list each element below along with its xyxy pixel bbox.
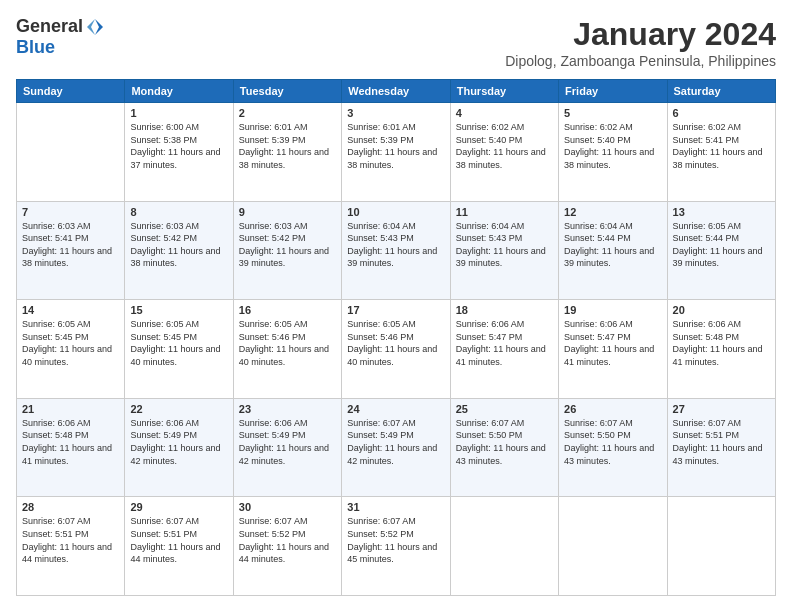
day-number: 21 xyxy=(22,403,119,415)
day-number: 5 xyxy=(564,107,661,119)
calendar-cell: 6Sunrise: 6:02 AMSunset: 5:41 PMDaylight… xyxy=(667,103,775,202)
calendar-cell: 4Sunrise: 6:02 AMSunset: 5:40 PMDaylight… xyxy=(450,103,558,202)
calendar-cell: 15Sunrise: 6:05 AMSunset: 5:45 PMDayligh… xyxy=(125,300,233,399)
day-number: 13 xyxy=(673,206,770,218)
calendar-cell: 3Sunrise: 6:01 AMSunset: 5:39 PMDaylight… xyxy=(342,103,450,202)
day-info: Sunrise: 6:06 AMSunset: 5:48 PMDaylight:… xyxy=(22,417,119,467)
day-info: Sunrise: 6:01 AMSunset: 5:39 PMDaylight:… xyxy=(347,121,444,171)
day-number: 22 xyxy=(130,403,227,415)
day-info: Sunrise: 6:05 AMSunset: 5:46 PMDaylight:… xyxy=(239,318,336,368)
day-info: Sunrise: 6:04 AMSunset: 5:43 PMDaylight:… xyxy=(456,220,553,270)
day-number: 3 xyxy=(347,107,444,119)
logo: General Blue xyxy=(16,16,105,58)
header-cell-tuesday: Tuesday xyxy=(233,80,341,103)
day-number: 24 xyxy=(347,403,444,415)
day-info: Sunrise: 6:03 AMSunset: 5:41 PMDaylight:… xyxy=(22,220,119,270)
day-number: 27 xyxy=(673,403,770,415)
day-info: Sunrise: 6:06 AMSunset: 5:49 PMDaylight:… xyxy=(130,417,227,467)
calendar-cell: 12Sunrise: 6:04 AMSunset: 5:44 PMDayligh… xyxy=(559,201,667,300)
day-info: Sunrise: 6:05 AMSunset: 5:44 PMDaylight:… xyxy=(673,220,770,270)
week-row-1: 7Sunrise: 6:03 AMSunset: 5:41 PMDaylight… xyxy=(17,201,776,300)
header-row: SundayMondayTuesdayWednesdayThursdayFrid… xyxy=(17,80,776,103)
day-number: 28 xyxy=(22,501,119,513)
calendar-cell: 11Sunrise: 6:04 AMSunset: 5:43 PMDayligh… xyxy=(450,201,558,300)
calendar-cell: 24Sunrise: 6:07 AMSunset: 5:49 PMDayligh… xyxy=(342,398,450,497)
calendar-cell: 14Sunrise: 6:05 AMSunset: 5:45 PMDayligh… xyxy=(17,300,125,399)
day-number: 11 xyxy=(456,206,553,218)
month-title: January 2024 xyxy=(505,16,776,53)
day-info: Sunrise: 6:06 AMSunset: 5:47 PMDaylight:… xyxy=(564,318,661,368)
day-info: Sunrise: 6:06 AMSunset: 5:47 PMDaylight:… xyxy=(456,318,553,368)
day-number: 29 xyxy=(130,501,227,513)
calendar-cell xyxy=(450,497,558,596)
header: General Blue January 2024 Dipolog, Zambo… xyxy=(16,16,776,69)
calendar-cell: 26Sunrise: 6:07 AMSunset: 5:50 PMDayligh… xyxy=(559,398,667,497)
day-number: 4 xyxy=(456,107,553,119)
calendar-cell: 8Sunrise: 6:03 AMSunset: 5:42 PMDaylight… xyxy=(125,201,233,300)
day-number: 18 xyxy=(456,304,553,316)
header-cell-wednesday: Wednesday xyxy=(342,80,450,103)
calendar-cell: 30Sunrise: 6:07 AMSunset: 5:52 PMDayligh… xyxy=(233,497,341,596)
calendar-cell: 20Sunrise: 6:06 AMSunset: 5:48 PMDayligh… xyxy=(667,300,775,399)
page: General Blue January 2024 Dipolog, Zambo… xyxy=(0,0,792,612)
day-info: Sunrise: 6:07 AMSunset: 5:51 PMDaylight:… xyxy=(22,515,119,565)
day-number: 7 xyxy=(22,206,119,218)
week-row-3: 21Sunrise: 6:06 AMSunset: 5:48 PMDayligh… xyxy=(17,398,776,497)
day-number: 2 xyxy=(239,107,336,119)
day-info: Sunrise: 6:04 AMSunset: 5:43 PMDaylight:… xyxy=(347,220,444,270)
day-number: 31 xyxy=(347,501,444,513)
calendar-cell: 5Sunrise: 6:02 AMSunset: 5:40 PMDaylight… xyxy=(559,103,667,202)
week-row-2: 14Sunrise: 6:05 AMSunset: 5:45 PMDayligh… xyxy=(17,300,776,399)
header-cell-saturday: Saturday xyxy=(667,80,775,103)
calendar-cell: 13Sunrise: 6:05 AMSunset: 5:44 PMDayligh… xyxy=(667,201,775,300)
day-number: 19 xyxy=(564,304,661,316)
day-info: Sunrise: 6:07 AMSunset: 5:52 PMDaylight:… xyxy=(239,515,336,565)
day-number: 6 xyxy=(673,107,770,119)
day-info: Sunrise: 6:03 AMSunset: 5:42 PMDaylight:… xyxy=(239,220,336,270)
day-info: Sunrise: 6:07 AMSunset: 5:51 PMDaylight:… xyxy=(130,515,227,565)
day-number: 1 xyxy=(130,107,227,119)
day-info: Sunrise: 6:02 AMSunset: 5:40 PMDaylight:… xyxy=(456,121,553,171)
day-info: Sunrise: 6:07 AMSunset: 5:50 PMDaylight:… xyxy=(456,417,553,467)
calendar-cell: 10Sunrise: 6:04 AMSunset: 5:43 PMDayligh… xyxy=(342,201,450,300)
day-info: Sunrise: 6:06 AMSunset: 5:49 PMDaylight:… xyxy=(239,417,336,467)
day-number: 15 xyxy=(130,304,227,316)
day-info: Sunrise: 6:02 AMSunset: 5:40 PMDaylight:… xyxy=(564,121,661,171)
day-info: Sunrise: 6:02 AMSunset: 5:41 PMDaylight:… xyxy=(673,121,770,171)
calendar-cell: 21Sunrise: 6:06 AMSunset: 5:48 PMDayligh… xyxy=(17,398,125,497)
day-info: Sunrise: 6:03 AMSunset: 5:42 PMDaylight:… xyxy=(130,220,227,270)
location-title: Dipolog, Zamboanga Peninsula, Philippine… xyxy=(505,53,776,69)
calendar-cell xyxy=(17,103,125,202)
logo-icon xyxy=(85,17,105,37)
calendar-cell xyxy=(559,497,667,596)
day-number: 20 xyxy=(673,304,770,316)
calendar-cell: 28Sunrise: 6:07 AMSunset: 5:51 PMDayligh… xyxy=(17,497,125,596)
week-row-0: 1Sunrise: 6:00 AMSunset: 5:38 PMDaylight… xyxy=(17,103,776,202)
day-info: Sunrise: 6:00 AMSunset: 5:38 PMDaylight:… xyxy=(130,121,227,171)
day-number: 14 xyxy=(22,304,119,316)
day-info: Sunrise: 6:07 AMSunset: 5:52 PMDaylight:… xyxy=(347,515,444,565)
day-number: 17 xyxy=(347,304,444,316)
header-cell-thursday: Thursday xyxy=(450,80,558,103)
header-cell-friday: Friday xyxy=(559,80,667,103)
day-info: Sunrise: 6:07 AMSunset: 5:49 PMDaylight:… xyxy=(347,417,444,467)
day-number: 30 xyxy=(239,501,336,513)
day-info: Sunrise: 6:05 AMSunset: 5:45 PMDaylight:… xyxy=(130,318,227,368)
calendar-cell: 2Sunrise: 6:01 AMSunset: 5:39 PMDaylight… xyxy=(233,103,341,202)
calendar-cell: 22Sunrise: 6:06 AMSunset: 5:49 PMDayligh… xyxy=(125,398,233,497)
header-cell-sunday: Sunday xyxy=(17,80,125,103)
week-row-4: 28Sunrise: 6:07 AMSunset: 5:51 PMDayligh… xyxy=(17,497,776,596)
day-number: 16 xyxy=(239,304,336,316)
day-number: 8 xyxy=(130,206,227,218)
calendar-cell xyxy=(667,497,775,596)
calendar-cell: 16Sunrise: 6:05 AMSunset: 5:46 PMDayligh… xyxy=(233,300,341,399)
day-info: Sunrise: 6:06 AMSunset: 5:48 PMDaylight:… xyxy=(673,318,770,368)
day-info: Sunrise: 6:07 AMSunset: 5:50 PMDaylight:… xyxy=(564,417,661,467)
day-number: 23 xyxy=(239,403,336,415)
calendar-cell: 19Sunrise: 6:06 AMSunset: 5:47 PMDayligh… xyxy=(559,300,667,399)
calendar-cell: 27Sunrise: 6:07 AMSunset: 5:51 PMDayligh… xyxy=(667,398,775,497)
calendar-cell: 17Sunrise: 6:05 AMSunset: 5:46 PMDayligh… xyxy=(342,300,450,399)
day-number: 25 xyxy=(456,403,553,415)
day-number: 9 xyxy=(239,206,336,218)
day-info: Sunrise: 6:07 AMSunset: 5:51 PMDaylight:… xyxy=(673,417,770,467)
